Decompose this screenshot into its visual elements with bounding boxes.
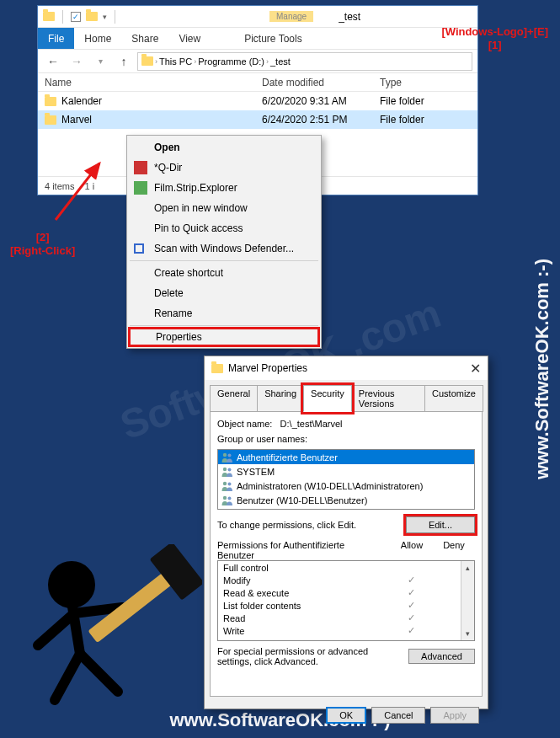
watermark-right: www.SoftwareOK.com :-) — [531, 259, 553, 479]
svg-point-6 — [228, 482, 232, 485]
users-icon — [221, 495, 233, 505]
tab-previous-versions[interactable]: Previous Versions — [351, 385, 425, 412]
user-item[interactable]: Authentifizierte Benutzer — [218, 450, 474, 464]
permission-name: Write — [223, 626, 392, 636]
file-row[interactable]: Kalender6/20/2020 9:31 AMFile folder — [38, 92, 477, 110]
allow-check-icon: ✓ — [392, 600, 430, 611]
user-name: Benutzer (W10-DELL\Benutzer) — [237, 495, 367, 505]
allow-check-icon: ✓ — [392, 612, 430, 623]
ribbon-context-group: Manage — [269, 11, 313, 22]
svg-point-7 — [223, 495, 227, 499]
menu-delete[interactable]: Delete — [129, 283, 319, 303]
permission-row: Modify✓ — [218, 574, 474, 586]
tab-view[interactable]: View — [168, 28, 211, 49]
scroll-down-icon[interactable]: ▾ — [461, 627, 474, 640]
users-icon — [221, 481, 233, 491]
edit-help-text: To change permissions, click Edit. — [217, 520, 356, 530]
tab-file[interactable]: File — [38, 28, 74, 49]
menu-new-window[interactable]: Open in new window — [129, 198, 319, 218]
col-date[interactable]: Date modified — [255, 77, 373, 88]
user-item[interactable]: Administratoren (W10-DELL\Administratore… — [218, 479, 474, 493]
properties-body: Object name: D:\_test\Marvel Group or us… — [210, 412, 483, 697]
properties-titlebar: Marvel Properties ✕ — [205, 356, 488, 380]
nav-back-icon[interactable]: ← — [43, 52, 63, 71]
permission-row: Write✓ — [218, 624, 474, 637]
permissions-list[interactable]: Full controlModify✓Read & execute✓List f… — [217, 560, 475, 641]
breadcrumb-drive[interactable]: Programme (D:) — [198, 56, 264, 67]
user-name: SYSTEM — [237, 467, 275, 477]
permission-row: Read & execute✓ — [218, 586, 474, 599]
tab-customize[interactable]: Customize — [424, 385, 483, 412]
breadcrumb-root[interactable]: This PC — [159, 56, 192, 67]
object-name-value: D:\_test\Marvel — [280, 419, 343, 429]
permission-name: Read & execute — [223, 588, 392, 598]
tab-picture-tools[interactable]: Picture Tools — [234, 28, 312, 49]
scrollbar[interactable]: ▴ ▾ — [461, 561, 474, 640]
users-icon — [221, 452, 233, 463]
folder-icon[interactable] — [86, 12, 98, 21]
ok-button[interactable]: OK — [326, 707, 366, 724]
breadcrumb-folder[interactable]: _test — [270, 56, 291, 67]
nav-recent-icon[interactable]: ▾ — [90, 52, 110, 71]
breadcrumb[interactable]: › This PC › Programme (D:) › _test — [137, 52, 472, 71]
menu-shortcut[interactable]: Create shortcut — [129, 263, 319, 283]
tab-sharing[interactable]: Sharing — [257, 385, 304, 412]
titlebar: ✓ ▾ Manage _test — [38, 6, 477, 28]
cancel-button[interactable]: Cancel — [371, 707, 425, 724]
menu-properties[interactable]: Properties — [128, 327, 320, 347]
svg-point-5 — [223, 481, 227, 484]
tab-general[interactable]: General — [210, 385, 258, 412]
menu-pin[interactable]: Pin to Quick access — [129, 218, 319, 238]
qat-overflow-icon[interactable]: ▾ — [103, 13, 107, 21]
qat-checkbox-icon[interactable]: ✓ — [71, 12, 81, 22]
col-type[interactable]: Type — [373, 77, 477, 88]
user-item[interactable]: Benutzer (W10-DELL\Benutzer) — [218, 493, 474, 507]
edit-button[interactable]: Edit... — [406, 516, 475, 533]
nav-up-icon[interactable]: ↑ — [114, 52, 134, 71]
users-icon — [221, 467, 233, 477]
perm-label: Benutzer — [217, 550, 391, 560]
close-icon[interactable]: ✕ — [470, 361, 481, 377]
permission-name: List folder contents — [223, 601, 392, 611]
svg-point-2 — [228, 453, 232, 457]
svg-point-8 — [228, 496, 232, 500]
menu-open[interactable]: Open — [129, 137, 319, 158]
file-name: Kalender — [61, 95, 102, 107]
user-name: Administratoren (W10-DELL\Administratore… — [237, 481, 423, 491]
annotation-2: [2] [Right-Click] — [10, 231, 75, 257]
qdir-icon — [134, 161, 147, 174]
dialog-buttons: OK Cancel Apply — [205, 702, 488, 729]
file-list: Kalender6/20/2020 9:31 AMFile folderMarv… — [38, 92, 477, 129]
svg-point-4 — [228, 468, 232, 471]
tab-home[interactable]: Home — [74, 28, 121, 49]
user-item[interactable]: SYSTEM — [218, 464, 474, 479]
apply-button[interactable]: Apply — [430, 707, 479, 724]
allow-check-icon: ✓ — [392, 575, 430, 586]
file-date: 6/20/2020 9:31 AM — [255, 95, 373, 107]
folder-icon — [45, 115, 56, 125]
folder-icon — [45, 97, 56, 106]
advanced-button[interactable]: Advanced — [408, 649, 475, 664]
svg-point-3 — [223, 467, 227, 470]
properties-title: Marvel Properties — [228, 362, 307, 374]
user-name: Authentifizierte Benutzer — [237, 452, 338, 463]
menu-rename[interactable]: Rename — [129, 303, 319, 324]
file-row[interactable]: Marvel6/24/2020 2:51 PMFile folder — [38, 110, 477, 129]
menu-qdir[interactable]: *Q-Dir — [129, 158, 319, 178]
hammer-figure-icon — [8, 544, 202, 713]
user-list[interactable]: Authentifizierte BenutzerSYSTEMAdministr… — [217, 449, 475, 510]
col-name[interactable]: Name — [38, 77, 255, 88]
scroll-up-icon[interactable]: ▴ — [461, 561, 474, 575]
filmstrip-icon — [134, 181, 147, 195]
menu-defender[interactable]: Scan with Windows Defender... — [129, 238, 319, 259]
nav-forward-icon[interactable]: → — [67, 52, 87, 71]
menu-filmstrip[interactable]: Film.Strip.Explorer — [129, 178, 319, 198]
shield-icon — [134, 243, 144, 254]
tab-security[interactable]: Security — [303, 385, 352, 412]
allow-header: Allow — [391, 540, 433, 560]
svg-line-11 — [55, 654, 80, 700]
tab-share[interactable]: Share — [121, 28, 168, 49]
object-name-label: Object name: — [217, 419, 272, 429]
allow-check-icon: ✓ — [392, 587, 430, 598]
file-type: File folder — [373, 95, 477, 107]
